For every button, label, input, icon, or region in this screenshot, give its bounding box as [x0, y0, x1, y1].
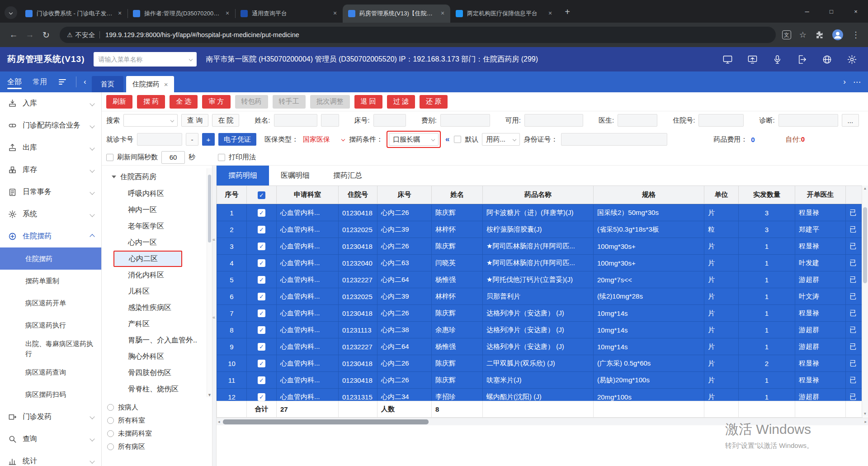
sidebar-item[interactable]: 住院摆药	[0, 225, 101, 247]
row-checkbox[interactable]: ✓	[258, 259, 265, 267]
row-select-cell[interactable]: ✓	[247, 338, 277, 355]
scroll-down-icon[interactable]: ▼	[207, 393, 212, 397]
browser-tab[interactable]: 通用查询平台×	[235, 5, 343, 23]
sidebar-subitem[interactable]: 病区摆药扫码	[0, 384, 101, 406]
minus-button[interactable]: -	[186, 133, 198, 146]
select-all-column[interactable]: ✓	[247, 186, 277, 204]
fee-type-input[interactable]	[440, 114, 490, 127]
toolbar-button[interactable]: 审 方	[202, 95, 230, 109]
bed-input[interactable]	[373, 114, 406, 127]
globe-icon[interactable]	[822, 54, 832, 65]
menu-search-input[interactable]	[98, 56, 189, 63]
sidebar-item[interactable]: 入库	[0, 92, 101, 114]
row-select-cell[interactable]: ✓	[247, 322, 277, 338]
ward-filter-option[interactable]: 按病人	[102, 401, 212, 414]
sidebar-item[interactable]: 出库	[0, 137, 101, 159]
row-select-cell[interactable]: ✓	[247, 288, 277, 305]
row-checkbox[interactable]: ✓	[258, 376, 265, 384]
sidebar-item[interactable]: 门诊发药	[0, 406, 101, 428]
browser-tab[interactable]: 操作者:管理员(D350702005520)×	[127, 5, 235, 23]
sidebar-item[interactable]: 系统	[0, 203, 101, 225]
tree-item-ward[interactable]: 胃肠一、介入血管外..	[102, 332, 212, 348]
tree-item-ward[interactable]: 心内二区	[113, 251, 182, 267]
inhospital-button[interactable]: 在 院	[212, 114, 239, 127]
refresh-interval-checkbox[interactable]	[106, 154, 113, 161]
toolbar-button[interactable]: 摆 药	[137, 95, 165, 109]
table-row[interactable]: 4✓心血管内科...01232040心内二63闫晓英★阿司匹林肠溶片(拜阿司匹.…	[217, 255, 863, 271]
tab-close-icon[interactable]: ×	[439, 10, 447, 18]
row-checkbox[interactable]: ✓	[258, 226, 265, 233]
extensions-icon[interactable]	[815, 30, 824, 39]
bookmark-star-icon[interactable]: ☆	[799, 30, 807, 40]
row-checkbox[interactable]: ✓	[258, 293, 265, 300]
horizontal-scrollbar-thumb[interactable]	[223, 419, 429, 424]
sidebar-item[interactable]: 查询	[0, 428, 101, 450]
sidebar-subitem[interactable]: 病区退药开单	[0, 292, 101, 314]
toolbar-button[interactable]: 转包药	[235, 95, 268, 109]
content-tab[interactable]: 摆药明细	[217, 166, 269, 185]
row-checkbox[interactable]: ✓	[258, 243, 265, 250]
ward-filter-option[interactable]: 未摆药科室	[102, 427, 212, 440]
back-button[interactable]: ←	[6, 28, 21, 42]
row-checkbox[interactable]: ✓	[258, 343, 265, 351]
window-minimize-button[interactable]: ─	[795, 0, 819, 23]
inpatient-no-input[interactable]	[698, 114, 744, 127]
toolbar-button[interactable]: 刷新	[106, 95, 132, 109]
diagnosis-more-button[interactable]: ...	[842, 114, 859, 127]
row-checkbox[interactable]: ✓	[258, 209, 265, 217]
plus-button[interactable]: +	[202, 133, 215, 146]
condition-select[interactable]: 口服长嘱	[389, 133, 439, 146]
tab-close-icon[interactable]: ×	[331, 10, 339, 18]
tree-scrollbar-thumb[interactable]	[208, 175, 211, 243]
toolbar-button[interactable]: 全 选	[170, 95, 198, 109]
browser-tab[interactable]: 门诊收费系统 - 门诊电子发票综合×	[20, 5, 127, 23]
menu-list-icon[interactable]	[58, 77, 67, 86]
tree-item-ward[interactable]: 心内一区	[102, 234, 212, 251]
reload-button[interactable]: ↻	[39, 28, 53, 42]
evoucher-button[interactable]: 电子凭证	[218, 133, 256, 146]
tab-close-icon[interactable]: ×	[164, 81, 168, 88]
profile-avatar[interactable]	[832, 29, 844, 41]
tree-item-ward[interactable]: 消化内科区	[102, 267, 212, 283]
scroll-up-icon[interactable]: ▲	[862, 186, 868, 190]
vertical-scrollbar-thumb[interactable]	[863, 207, 867, 283]
tree-item-ward[interactable]: 呼吸内科区	[102, 185, 212, 202]
table-row[interactable]: 5✓心血管内科...01232227心内二64杨惟强★阿托伐他汀钙片(立普妥)(…	[217, 271, 863, 288]
tab-close-icon[interactable]: ×	[116, 10, 124, 18]
default-checkbox[interactable]	[454, 136, 461, 143]
tabs-more-icon[interactable]: ⋯	[853, 77, 861, 87]
row-select-cell[interactable]: ✓	[247, 238, 277, 255]
table-row[interactable]: 1✓心血管内科...01230418心内二26陈庆辉阿卡波糖片（进）(拜唐苹)(…	[217, 204, 863, 221]
tree-item-ward[interactable]: 神内一区	[102, 202, 212, 218]
row-checkbox[interactable]: ✓	[258, 393, 265, 401]
url-bar[interactable]: ⚠ 不安全 199.9.129.29:8000/his-yf/app/#/hos…	[60, 27, 776, 43]
settings-gear-icon[interactable]	[847, 54, 857, 65]
row-select-cell[interactable]: ✓	[247, 271, 277, 288]
name-sub-input[interactable]	[321, 114, 339, 127]
toolbar-button[interactable]: 批次调整	[310, 95, 350, 109]
toolbar-button[interactable]: 过 滤	[387, 95, 415, 109]
tree-root-pharmacy[interactable]: 住院西药房	[102, 168, 212, 185]
collapse-left-icon[interactable]: «	[212, 315, 215, 320]
row-checkbox[interactable]: ✓	[258, 309, 265, 317]
sidebar-subitem[interactable]: 住院摆药	[0, 247, 101, 270]
refresh-interval-input[interactable]	[161, 151, 185, 164]
tree-item-ward[interactable]: 感染性疾病区	[102, 300, 212, 316]
translate-icon[interactable]: 文	[782, 30, 791, 39]
collapse-filters-button[interactable]: «	[444, 135, 450, 144]
table-row[interactable]: 7✓心血管内科...01230418心内二26陈庆辉达格列净片（安达唐） (J)…	[217, 305, 863, 322]
insurance-select[interactable]: 国家医保	[302, 133, 345, 146]
toolbar-button[interactable]: 退 回	[354, 95, 382, 109]
tab-inpatient-dispensing[interactable]: 住院摆药 ×	[126, 76, 175, 92]
tab-common-menus[interactable]: 常用	[33, 71, 47, 92]
new-tab-button[interactable]: +	[561, 5, 574, 19]
row-checkbox[interactable]: ✓	[258, 360, 265, 367]
toolbar-button[interactable]: 转手工	[273, 95, 306, 109]
table-row[interactable]: 6✓心血管内科...01232025心内二39林梓怀贝那普利片(续2)10mg*…	[217, 288, 863, 305]
ward-filter-option[interactable]: 所有科室	[102, 414, 212, 427]
row-select-cell[interactable]: ✓	[247, 255, 277, 271]
tab-search-icon[interactable]	[5, 6, 17, 19]
sidebar-item[interactable]: 库存	[0, 159, 101, 181]
menu-search-box[interactable]	[94, 52, 197, 67]
doctor-input[interactable]	[618, 114, 657, 127]
